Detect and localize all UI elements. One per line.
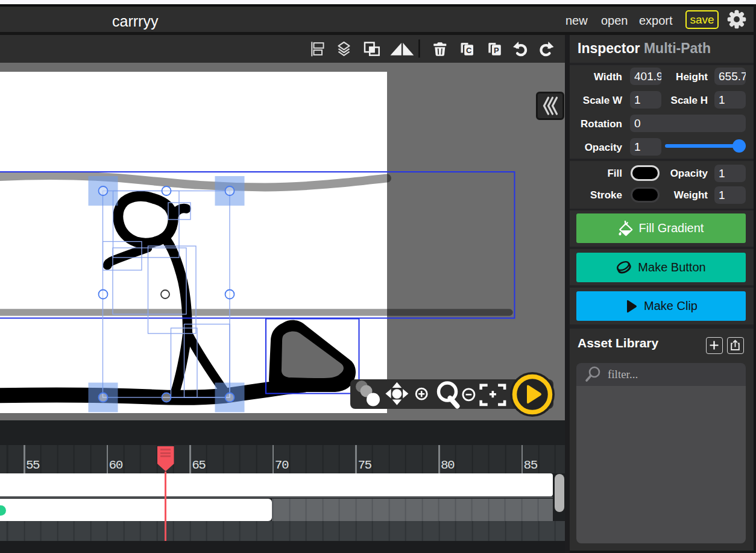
svg-text:C: C xyxy=(466,46,472,55)
svg-text:P: P xyxy=(494,46,499,55)
